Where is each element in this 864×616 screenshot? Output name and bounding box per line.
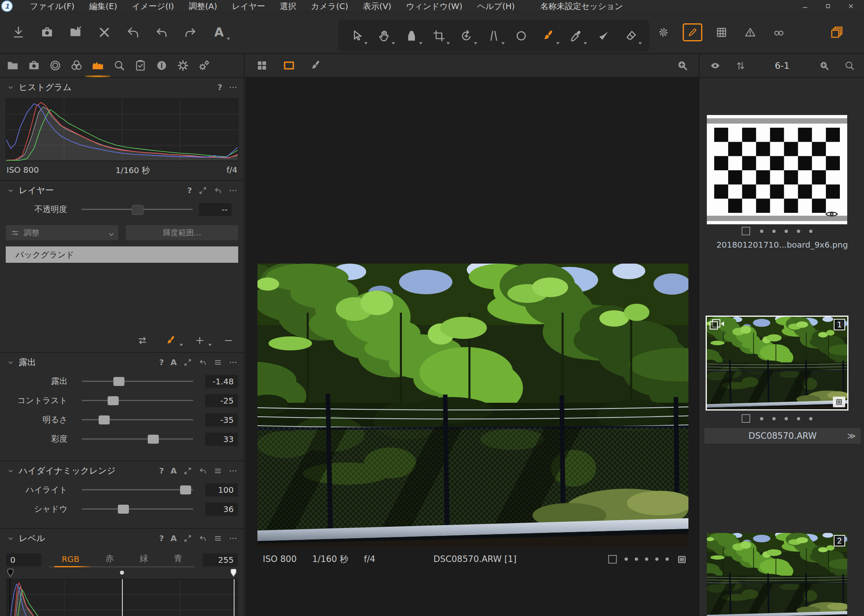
list-icon[interactable] [833,397,845,407]
help-icon[interactable]: ? [187,186,192,194]
tab-settings-gear[interactable] [173,55,193,76]
annotation-pen-button[interactable] [683,23,702,41]
menu-item-0[interactable]: ファイル(F) [30,1,74,12]
rating-dot[interactable] [809,230,812,233]
rating-dot[interactable] [809,417,812,420]
multi-view-grid-button[interactable] [254,57,270,74]
slider-value[interactable]: 100 [205,483,238,496]
menu-item-4[interactable]: レイヤー [232,1,265,12]
slider[interactable] [82,504,193,514]
auto-adjust-icon[interactable]: A [171,358,177,366]
import-download-button[interactable] [9,23,28,42]
levels-channel-赤[interactable]: 赤 [104,553,115,566]
capture-camera-button[interactable] [38,23,56,42]
zoom-plus-icon[interactable] [817,58,831,73]
slider-handle[interactable] [118,505,129,514]
menu-item-5[interactable]: 選択 [280,1,296,12]
rating-dot[interactable] [797,230,800,233]
expand-button[interactable] [183,467,192,475]
levels-channel-RGB[interactable]: RGB [60,554,81,566]
reset-button[interactable] [214,186,222,195]
more-chevron[interactable]: ≫ [847,431,856,441]
chevron-down-icon[interactable] [7,186,15,194]
rating-dot[interactable] [655,557,659,561]
levels-channel-緑[interactable]: 緑 [138,553,149,566]
crop-tool[interactable] [429,25,448,46]
slider-value[interactable]: 33 [205,433,238,446]
slider-handle[interactable] [108,396,119,405]
tab-exposure-histogram[interactable] [88,55,108,76]
slider[interactable] [82,434,193,444]
search-icon[interactable] [842,58,857,73]
thumbnail-checkerboard[interactable] [707,115,847,224]
slider-value[interactable]: -35 [205,413,238,426]
dots-button[interactable] [229,467,237,475]
reset-button[interactable] [199,534,207,543]
expand-button[interactable] [199,186,207,195]
window-maximize-button[interactable] [825,3,831,9]
thumbnail-photo-2[interactable]: 2 [707,533,847,616]
annotation-brush-button[interactable] [308,57,324,74]
rating-dot[interactable] [665,557,669,561]
slider-handle[interactable] [99,415,110,424]
slider[interactable] [82,485,193,495]
zoom-plus-icon[interactable] [674,57,690,74]
slider-handle[interactable] [113,377,124,386]
redo-button[interactable] [181,23,200,42]
tab-details-loupe[interactable] [109,55,129,76]
slider-value[interactable]: -25 [205,394,238,407]
expand-button[interactable] [183,534,192,543]
auto-adjust-icon[interactable]: A [171,467,177,475]
styles-button[interactable]: A [210,23,228,42]
levels-channel-青[interactable]: 青 [172,553,184,566]
brush-tool[interactable] [539,25,558,46]
slider-handle[interactable] [132,205,144,215]
list-icon[interactable] [677,554,687,564]
pinwheel-adjust-button[interactable] [654,23,673,42]
rating-dot[interactable] [760,230,763,233]
slider-handle[interactable] [148,435,159,444]
highlight-level-handle[interactable] [230,568,237,578]
chevron-down-icon[interactable] [7,358,15,366]
dots-button[interactable] [229,83,237,92]
levels-high-input[interactable]: 255 [203,553,238,566]
color-picker-tool[interactable] [566,25,585,46]
proofing-glasses-button[interactable] [769,23,788,42]
pick-checkbox[interactable] [608,555,617,564]
undo-button[interactable] [152,23,171,42]
tab-plugins-gears[interactable] [194,55,214,76]
rotate-tool[interactable] [457,25,476,46]
stacked-copies-button[interactable] [828,23,846,42]
exposure-warning-button[interactable] [741,23,760,42]
rating-dot[interactable] [785,230,788,233]
menu-item-1[interactable]: 編集(E) [89,1,117,12]
slider[interactable] [82,396,193,406]
tab-color-wheels[interactable] [66,55,87,76]
rating-dot[interactable] [772,230,776,233]
menu-item-7[interactable]: 表示(V) [363,1,391,12]
background-layer-row[interactable]: バックグランド [6,246,238,263]
menu-button[interactable] [214,467,222,475]
adjust-dropdown[interactable]: 調整 [6,225,118,240]
help-icon[interactable]: ? [217,83,222,91]
menu-item-9[interactable]: ヘルプ(H) [477,1,515,12]
chevron-down-icon[interactable] [7,467,15,475]
rating-dot[interactable] [785,417,788,420]
midtone-level-handle[interactable] [120,571,124,575]
sort-arrows-icon[interactable] [733,58,748,73]
help-icon[interactable]: ? [159,358,164,366]
help-icon[interactable]: ? [159,467,164,475]
tab-lens[interactable] [45,55,65,76]
draw-mask-tool[interactable] [594,25,613,46]
rating-dot[interactable] [797,417,800,420]
reset-button[interactable] [199,467,207,475]
luma-range-button[interactable]: 輝度範囲... [126,225,238,240]
grid-overlay-button[interactable] [712,23,731,42]
window-minimize-button[interactable] [802,3,808,9]
menu-item-8[interactable]: ウィンドウ(W) [406,1,462,12]
chevron-down-icon[interactable] [7,83,15,91]
menu-item-2[interactable]: イメージ(I) [132,1,174,12]
tab-capture-camera[interactable] [24,55,44,76]
menu-item-3[interactable]: 調整(A) [189,1,217,12]
shadow-level-handle[interactable] [7,568,14,578]
